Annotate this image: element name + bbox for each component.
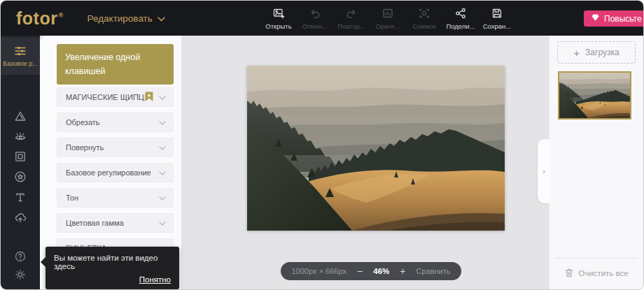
section-rotate[interactable]: Повернуть <box>57 138 174 157</box>
section-color-palette[interactable]: Цветовая гамма <box>57 213 174 233</box>
chevron-down-icon <box>159 143 166 152</box>
canvas-area: 1000px × 666px − 46% + Сравнить <box>181 36 549 289</box>
sidebar-item-basic-edit-label: Базовое р... <box>3 60 38 67</box>
plus-icon: + <box>573 48 580 58</box>
section-label: Цветовая гамма <box>66 219 159 227</box>
clear-all-label: Очистить все <box>578 269 628 277</box>
snapshot-button[interactable]: Снимок <box>410 7 439 30</box>
tooltip-dismiss-link[interactable]: Понятно <box>54 275 171 284</box>
section-label: Базовое регулирование <box>66 168 159 177</box>
section-label: Обрезать <box>66 118 159 126</box>
edit-mode-label: Редактировать <box>88 13 153 24</box>
section-tone[interactable]: Тон <box>57 188 174 208</box>
undo-icon <box>309 7 321 21</box>
chevron-down-icon <box>159 194 166 202</box>
upgrade-label: Повысьте уровень <box>604 14 644 24</box>
edit-mode-dropdown[interactable]: Редактировать <box>88 13 165 24</box>
open-label: Открыть <box>265 22 291 30</box>
zoom-toolbar: 1000px × 666px − 46% + Сравнить <box>281 262 461 280</box>
save-floppy-icon <box>491 7 503 21</box>
effects-icon[interactable] <box>14 110 27 122</box>
zoom-level: 46% <box>373 267 389 275</box>
accordion-sections: МАГИЧЕСКИЕ ЩИПЦЫ Обрезать Повернуть Базо… <box>57 87 174 263</box>
section-label: МАГИЧЕСКИЕ ЩИПЦЫ <box>66 93 145 101</box>
photo-canvas-image[interactable] <box>247 66 505 231</box>
zoom-in-button[interactable]: + <box>400 266 405 276</box>
sidebar-bottom-icons <box>1 250 40 281</box>
zoom-out-button[interactable]: − <box>357 266 363 276</box>
redo-button[interactable]: Повтор... <box>337 7 366 30</box>
divider <box>555 258 638 259</box>
tooltip-text: Вы можете найти эти видео здесь <box>54 254 158 270</box>
original-button[interactable]: Ориги... <box>373 7 402 30</box>
snapshot-label: Снимок <box>412 22 435 30</box>
uploads-panel: + Загрузка Очистить все <box>549 36 643 289</box>
open-image-icon <box>272 7 285 21</box>
section-label: Повернуть <box>66 143 159 152</box>
frames-icon[interactable] <box>14 150 27 163</box>
save-button[interactable]: Сохран... <box>482 7 512 30</box>
original-image-icon <box>382 7 394 21</box>
undo-button[interactable]: Отмен... <box>300 7 330 30</box>
section-label: Тон <box>66 194 159 202</box>
sidebar-icon-column <box>1 110 40 224</box>
cloud-upload-icon[interactable] <box>14 211 27 224</box>
original-label: Ориги... <box>376 22 400 30</box>
stickers-icon[interactable] <box>14 171 27 183</box>
share-icon <box>454 7 467 21</box>
panel-collapse-handle[interactable]: › <box>538 139 550 203</box>
text-icon[interactable] <box>14 191 27 203</box>
chevron-down-icon <box>159 93 166 101</box>
upload-button[interactable]: + Загрузка <box>557 41 636 64</box>
sliders-icon <box>13 45 27 57</box>
clear-all-button[interactable]: Очистить все <box>550 268 643 278</box>
open-button[interactable]: Открыть <box>264 7 293 30</box>
registered-mark: ® <box>58 12 63 19</box>
section-magic-clipper[interactable]: МАГИЧЕСКИЕ ЩИПЦЫ <box>57 87 174 107</box>
section-crop[interactable]: Обрезать <box>57 113 174 132</box>
chevron-right-icon: › <box>542 166 545 176</box>
chevron-down-icon <box>159 168 166 177</box>
bookmark-pro-icon <box>145 92 153 103</box>
fotor-editor-window: fotor® Редактировать Открыть Отмен... По… <box>0 0 644 290</box>
left-icon-sidebar: Базовое р... <box>1 36 40 289</box>
uploaded-image-thumbnail[interactable] <box>558 71 631 119</box>
snapshot-focus-icon <box>418 7 430 21</box>
chevron-down-icon <box>159 118 166 126</box>
toolbar: Открыть Отмен... Повтор... Ориги... Сним… <box>264 1 512 36</box>
thumbnail-image <box>559 73 630 118</box>
videos-hint-tooltip: Вы можете найти эти видео здесь Понятно <box>46 247 179 289</box>
fotor-logo[interactable]: fotor® <box>16 10 64 27</box>
beauty-eye-icon[interactable] <box>14 130 27 143</box>
redo-icon <box>345 7 358 21</box>
undo-label: Отмен... <box>302 22 328 30</box>
chevron-down-icon <box>158 13 165 24</box>
save-label: Сохран... <box>483 22 512 30</box>
upgrade-button[interactable]: Повысьте уровень <box>584 10 644 27</box>
compare-button[interactable]: Сравнить <box>416 267 451 275</box>
help-icon[interactable] <box>14 250 27 263</box>
one-tap-enhance-banner[interactable]: Увеличение одной клавишей <box>57 44 174 85</box>
sidebar-item-basic-edit[interactable]: Базовое р... <box>1 37 40 75</box>
image-dimensions: 1000px × 666px <box>291 267 346 275</box>
chevron-down-icon <box>159 219 166 227</box>
share-button[interactable]: Подели... <box>446 7 475 30</box>
upload-label: Загрузка <box>585 48 620 57</box>
header-bar: fotor® Редактировать Открыть Отмен... По… <box>1 1 644 36</box>
gem-icon <box>591 13 600 24</box>
settings-gear-icon[interactable] <box>14 268 27 281</box>
section-basic-adjust[interactable]: Базовое регулирование <box>57 163 174 182</box>
logo-text: fotor <box>16 8 57 28</box>
redo-label: Повтор... <box>337 22 365 30</box>
share-label: Подели... <box>446 22 475 30</box>
trash-icon <box>564 268 574 278</box>
